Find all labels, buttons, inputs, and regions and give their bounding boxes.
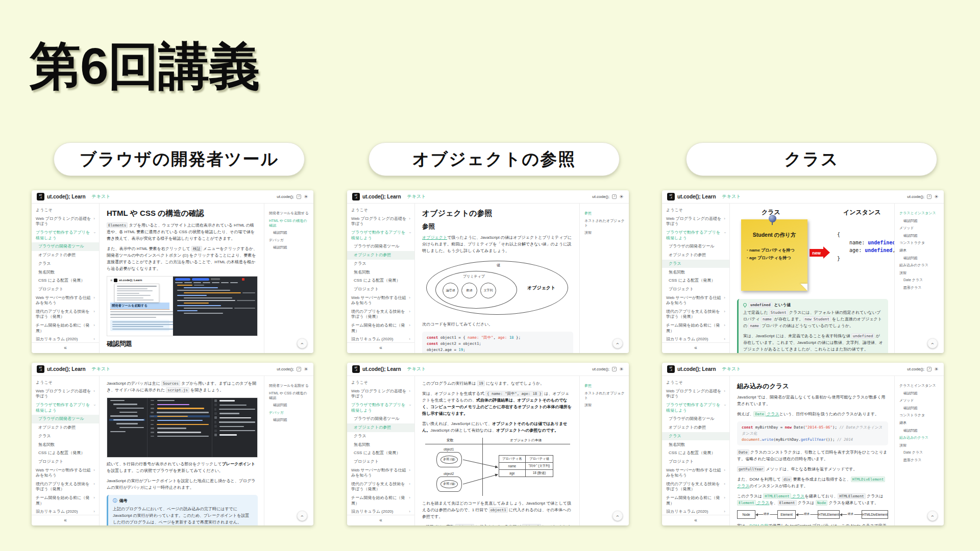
toc-item[interactable]: ネストされたオブジェクト [584,391,626,400]
scroll-top-button[interactable]: › [927,338,938,348]
theme-toggle-sun-icon[interactable]: ☀ [619,194,624,199]
nav-link-text[interactable]: テキスト [407,193,426,200]
theme-toggle-sun-icon[interactable]: ☀ [304,194,308,199]
sidebar-item[interactable]: ブラウザで動作するアプリを構築しよう› [347,229,414,242]
sidebar-item[interactable]: ようこそ [662,379,729,387]
sidebar-item[interactable]: 現代のアプリを支える技術を学ぼう（発展）› [347,308,414,321]
sidebar-item[interactable]: Web サーバーが動作する仕組みを知ろう› [32,466,99,480]
sidebar-item[interactable]: ブラウザで動作するアプリを構築しよう› [32,229,99,242]
scroll-top-button[interactable]: › [297,511,307,521]
sidebar-item[interactable]: ようこそ [32,379,99,387]
sidebar-item[interactable]: クラス [662,260,729,268]
sidebar-item[interactable]: オブジェクトの参照 [662,423,729,432]
toc-item[interactable]: 確認問題 [269,403,310,407]
sidebar-item[interactable]: ブラウザの開発者ツール [662,242,729,251]
sidebar-item[interactable]: 旧カリキュラム (2020)› [347,508,414,515]
nav-link-text[interactable]: テキスト [722,366,741,372]
sidebar-item[interactable]: Web サーバーが動作する仕組みを知ろう› [347,294,414,308]
header-site-link[interactable]: ut.code(); [277,367,294,371]
sidebar-item[interactable]: ブラウザで動作するアプリを構築しよう› [347,401,414,415]
toc-item[interactable]: 確認問題 [269,417,310,422]
toc-item[interactable]: メソッド [899,226,941,230]
toc-item[interactable]: 参照 [584,211,626,215]
toc-item[interactable]: 確認問題 [269,230,310,235]
sidebar-item[interactable]: ブラウザで動作するアプリを構築しよう› [662,229,729,242]
sidebar-item[interactable]: Web プログラミングの基礎を学ぼう› [32,387,99,401]
toc-item[interactable]: Date クラス [899,450,941,455]
inline-link[interactable]: DOM の節 [749,523,768,525]
sidebar-collapse-button[interactable]: « [347,515,414,525]
sidebar-item[interactable]: チーム開発を始める前に（発展）› [347,494,414,508]
sidebar-item[interactable]: Web サーバーが動作する仕組みを知ろう› [662,466,729,480]
sidebar-item[interactable]: ブラウザの開発者ツール [662,415,729,423]
toc-item[interactable]: 図形クラス [899,458,941,462]
toc-item[interactable]: 確認問題 [899,256,941,260]
sidebar-item[interactable]: クラス [347,260,414,268]
inline-link[interactable]: クラス [756,500,770,505]
sidebar-item[interactable]: ブラウザの開発者ツール [347,415,414,423]
sidebar-item[interactable]: プロジェクト [347,285,414,294]
toc-item[interactable]: 演習 [584,230,626,235]
sidebar-item[interactable]: ようこそ [662,206,729,215]
toc-item[interactable]: クラスとインスタンス [899,211,941,215]
sidebar-item[interactable]: 現代のアプリを支える技術を学ぼう（発展）› [662,308,729,321]
sidebar-item[interactable]: 現代のアプリを支える技術を学ぼう（発展）› [347,480,414,494]
toc-item[interactable]: 組み込みのクラス [899,263,941,267]
sidebar-item[interactable]: CSS による配置（発展） [347,277,414,285]
header-site-link[interactable]: ut.code(); [277,194,294,199]
sidebar-item[interactable]: クラス [662,432,729,441]
toc-item[interactable]: メソッド [899,398,941,403]
sidebar-item[interactable]: ブラウザで動作するアプリを構築しよう› [32,401,99,415]
nav-link-text[interactable]: テキスト [407,366,426,372]
sidebar-item[interactable]: ようこそ [347,379,414,387]
sidebar-item[interactable]: CSS による配置（発展） [347,449,414,458]
toc-item[interactable]: 演習 [584,403,626,407]
sidebar-item[interactable]: CSS による配置（発展） [32,449,99,458]
sidebar-item[interactable]: Web プログラミングの基礎を学ぼう› [32,215,99,229]
scroll-top-button[interactable]: › [927,511,938,521]
sidebar-collapse-button[interactable]: « [32,342,99,353]
nav-link-text[interactable]: テキスト [92,193,111,200]
sidebar-item[interactable]: CSS による配置（発展） [662,449,729,458]
sidebar-item[interactable]: ブラウザで動作するアプリを構築しよう› [662,401,729,415]
sidebar-item[interactable]: オブジェクトの参照 [347,423,414,432]
toc-item[interactable]: HTML や CSS の構造の確認 [269,218,310,228]
toc-item[interactable]: コンストラクタ [899,413,941,417]
sidebar-item[interactable]: プロジェクト [662,285,729,294]
inline-link[interactable]: クラス [766,412,779,416]
theme-toggle-sun-icon[interactable]: ☀ [304,366,308,372]
sidebar-item[interactable]: ようこそ [32,206,99,215]
toc-item[interactable]: 図形クラス [899,285,941,290]
header-site-link[interactable]: ut.code(); [592,194,609,199]
inline-link[interactable]: クラス [791,494,805,498]
sidebar-collapse-button[interactable]: « [662,515,729,525]
toc-item[interactable]: 確認問題 [899,406,941,410]
sidebar-item[interactable]: Web プログラミングの基礎を学ぼう› [662,215,729,229]
sidebar-item[interactable]: プロジェクト [347,458,414,466]
sidebar-item[interactable]: ようこそ [347,206,414,215]
sidebar-item[interactable]: 旧カリキュラム (2020)› [32,508,99,515]
toc-item[interactable]: 演習 [899,443,941,447]
sidebar-item[interactable]: チーム開発を始める前に（発展）› [32,494,99,508]
sidebar-item[interactable]: オブジェクトの参照 [32,251,99,260]
sidebar-item[interactable]: 旧カリキュラム (2020)› [662,335,729,342]
sidebar-item[interactable]: クラス [32,432,99,441]
sidebar-item[interactable]: クラス [32,260,99,268]
toc-item[interactable]: 確認問題 [899,391,941,395]
theme-toggle-sun-icon[interactable]: ☀ [619,366,624,372]
sidebar-item[interactable]: クラス [347,432,414,441]
sidebar-collapse-button[interactable]: « [347,342,414,353]
sidebar-item[interactable]: 無名関数 [347,440,414,449]
toc-item[interactable]: デバッガ [269,238,310,242]
header-site-link[interactable]: ut.code(); [907,367,924,371]
sidebar-item[interactable]: 現代のアプリを支える技術を学ぼう（発展）› [32,308,99,321]
sidebar-item[interactable]: チーム開発を始める前に（発展）› [347,321,414,335]
sidebar-item[interactable]: 無名関数 [32,268,99,277]
sidebar-item[interactable]: プロジェクト [32,285,99,294]
toc-item[interactable]: 確認問題 [899,218,941,223]
sidebar-item[interactable]: CSS による配置（発展） [662,277,729,285]
sidebar-item[interactable]: オブジェクトの参照 [347,251,414,260]
sidebar-item[interactable]: オブジェクトの参照 [32,423,99,432]
toc-item[interactable]: 確認問題 [269,245,310,249]
sidebar-item[interactable]: Web サーバーが動作する仕組みを知ろう› [347,466,414,480]
